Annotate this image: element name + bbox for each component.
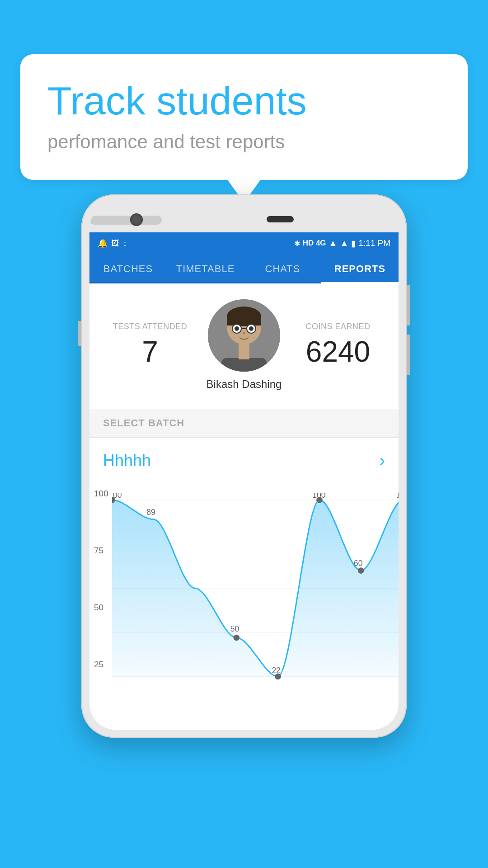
y-label-50: 50 [94, 603, 108, 613]
user-name: Bikash Dashing [206, 378, 282, 391]
notification-icon-3: ↕ [123, 239, 127, 248]
select-batch-header: SELECT BATCH [89, 409, 399, 438]
chart-label-22: 22 [272, 666, 281, 675]
performance-chart: 100 89 50 22 100 6 [112, 493, 399, 688]
coins-earned-value: 6240 [291, 335, 385, 368]
bluetooth-icon: ✱ [294, 239, 300, 248]
phone: 🔔 🖼 ↕ ✱ HD 4G ▲ ▲ ▮ 1:11 PM BAT [81, 194, 407, 738]
phone-bezel-top [89, 203, 399, 232]
status-left-icons: 🔔 🖼 ↕ [98, 238, 127, 248]
avatar [208, 299, 280, 372]
chart-area: 100 75 50 25 [89, 484, 399, 692]
network-label: HD 4G [303, 239, 326, 248]
notification-icon-2: 🖼 [111, 239, 119, 248]
coins-earned-label: COINS EARNED [291, 322, 385, 331]
tab-batches[interactable]: BATCHES [89, 254, 167, 282]
chevron-right-icon: › [380, 451, 385, 470]
time-label: 1:11 PM [358, 238, 390, 248]
profile-section: TESTS ATTENDED 7 [89, 283, 399, 409]
power-button-2 [407, 335, 410, 375]
front-camera-icon [130, 213, 143, 226]
tests-attended-label: TESTS ATTENDED [103, 322, 197, 331]
chart-point-5 [358, 567, 364, 574]
batch-name: Hhhhh [103, 451, 151, 470]
chart-label-100-left: 100 [112, 493, 122, 500]
notification-icon-1: 🔔 [98, 238, 108, 248]
bubble-title: Track students [47, 79, 441, 123]
chart-label-100-right: 100 [396, 493, 399, 500]
battery-icon: ▮ [351, 238, 356, 249]
y-label-25: 25 [94, 660, 108, 670]
select-batch-label: SELECT BATCH [103, 417, 184, 429]
chart-label-89: 89 [146, 508, 155, 517]
svg-point-6 [235, 326, 239, 331]
batch-row[interactable]: Hhhhh › [89, 438, 399, 484]
avatar-block: Bikash Dashing [197, 299, 291, 391]
tab-reports[interactable]: REPORTS [321, 254, 399, 282]
fingerprint-sensor [267, 216, 294, 222]
status-right-icons: ✱ HD 4G ▲ ▲ ▮ 1:11 PM [294, 238, 390, 249]
speaker [89, 216, 162, 225]
tests-attended-value: 7 [103, 335, 197, 368]
svg-rect-3 [227, 316, 261, 326]
signal-icon-2: ▲ [340, 238, 348, 248]
tab-timetable[interactable]: TIMETABLE [167, 254, 244, 282]
y-label-75: 75 [94, 546, 108, 556]
y-label-100: 100 [94, 489, 108, 499]
svg-rect-10 [239, 344, 249, 359]
chart-label-50: 50 [230, 624, 239, 633]
speech-bubble: Track students perfomance and test repor… [20, 54, 468, 180]
tab-bar: BATCHES TIMETABLE CHATS REPORTS [89, 254, 399, 283]
svg-point-7 [249, 326, 253, 331]
coins-earned-block: COINS EARNED 6240 [291, 322, 385, 368]
chart-label-100-mid: 100 [312, 493, 326, 500]
status-bar: 🔔 🖼 ↕ ✱ HD 4G ▲ ▲ ▮ 1:11 PM [89, 232, 399, 254]
screen: 🔔 🖼 ↕ ✱ HD 4G ▲ ▲ ▮ 1:11 PM BAT [89, 232, 399, 730]
chart-point-2 [234, 635, 240, 641]
tests-attended-block: TESTS ATTENDED 7 [103, 322, 197, 368]
volume-button [78, 321, 81, 346]
tab-chats[interactable]: CHATS [244, 254, 321, 282]
chart-label-60: 60 [354, 559, 363, 568]
power-button [407, 285, 410, 326]
bubble-subtitle: perfomance and test reports [47, 131, 441, 153]
svg-rect-9 [221, 358, 267, 372]
signal-icon-1: ▲ [329, 238, 338, 248]
